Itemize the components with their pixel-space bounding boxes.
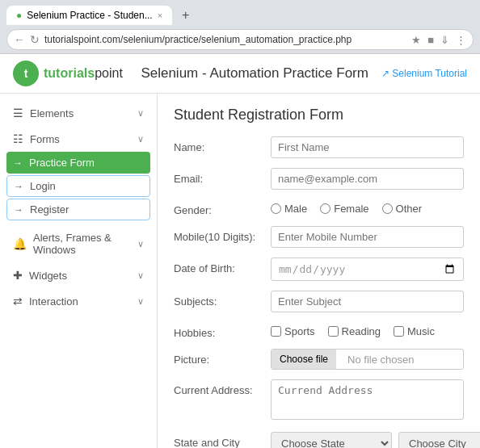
gender-female-radio[interactable] — [320, 203, 331, 214]
main-layout: ☰ Elements ∨ ☷ Forms ∨ → Practice Form →… — [0, 94, 480, 448]
interaction-label: ⇄ Interaction — [13, 295, 78, 308]
forms-chevron: ∨ — [137, 134, 144, 144]
url-display[interactable]: tutorialspoint.com/selenium/practice/sel… — [44, 34, 406, 45]
hobby-sports-checkbox[interactable] — [271, 326, 281, 337]
hobby-music-checkbox[interactable] — [394, 326, 404, 337]
gender-male[interactable]: Male — [271, 203, 307, 215]
login-arrow: → — [14, 181, 23, 192]
subjects-row: Subjects: — [174, 291, 464, 312]
state-city-control: Choose State Choose City — [271, 432, 480, 448]
sidebar-item-elements[interactable]: ☰ Elements ∨ — [0, 100, 157, 126]
logo-text: tutorialspoint — [44, 66, 123, 81]
elements-icon: ☰ — [13, 107, 23, 119]
mobile-label: Mobile(10 Digits): — [174, 226, 271, 243]
hobby-reading-label: Reading — [342, 325, 381, 337]
name-row: Name: — [174, 136, 464, 158]
alerts-chevron: ∨ — [137, 239, 144, 249]
widgets-chevron: ∨ — [137, 270, 144, 281]
email-input[interactable] — [271, 168, 464, 190]
gender-other-radio[interactable] — [382, 203, 393, 214]
gender-label: Gender: — [174, 199, 271, 216]
login-label: Login — [30, 180, 56, 192]
subjects-input[interactable] — [271, 291, 464, 312]
register-arrow: → — [14, 204, 23, 216]
external-link-icon: ↗ — [381, 68, 389, 79]
dob-control — [271, 257, 464, 281]
sidebar-item-widgets[interactable]: ✚ Widgets ∨ — [0, 262, 157, 288]
dob-input[interactable] — [271, 257, 464, 281]
mobile-input[interactable] — [271, 226, 464, 248]
alerts-text: Alerts, Frames & Windows — [33, 232, 137, 256]
hobbies-label: Hobbies: — [174, 322, 271, 339]
subjects-label: Subjects: — [174, 291, 271, 308]
logo: t tutorialspoint — [13, 61, 123, 86]
dob-row: Date of Birth: — [174, 257, 464, 281]
forms-label: ☷ Forms — [13, 132, 60, 145]
gender-female-label: Female — [334, 203, 368, 215]
forms-icon: ☷ — [13, 132, 23, 145]
extensions-icon[interactable]: ■ — [427, 34, 434, 46]
gender-other[interactable]: Other — [382, 203, 423, 215]
app-header: t tutorialspoint Selenium - Automation P… — [0, 54, 480, 94]
tab-title: Selenium Practice - Studen... — [27, 10, 152, 21]
address-textarea[interactable] — [271, 379, 464, 420]
logo-point: point — [95, 66, 123, 80]
gender-female[interactable]: Female — [320, 203, 368, 215]
gender-male-label: Male — [284, 203, 307, 215]
interaction-icon: ⇄ — [13, 295, 23, 308]
mobile-control — [271, 226, 464, 248]
reload-icon[interactable]: ↻ — [30, 33, 40, 46]
download-icon[interactable]: ⇓ — [440, 34, 449, 46]
sidebar-item-register[interactable]: → Register — [6, 199, 150, 220]
elements-text: Elements — [30, 107, 74, 119]
hobby-sports[interactable]: Sports — [271, 325, 315, 337]
subjects-control — [271, 291, 464, 312]
menu-icon[interactable]: ⋮ — [456, 34, 466, 46]
hobbies-row: Hobbies: Sports Reading Music — [174, 322, 464, 339]
gender-male-radio[interactable] — [271, 203, 281, 214]
widgets-icon: ✚ — [13, 269, 23, 282]
sidebar-item-forms[interactable]: ☷ Forms ∨ — [0, 126, 157, 152]
logo-tutorials: tutorials — [44, 66, 95, 80]
tab-close-icon[interactable]: × — [158, 10, 162, 20]
back-icon[interactable]: ← — [14, 33, 25, 46]
hobbies-control: Sports Reading Music — [271, 322, 464, 337]
name-input[interactable] — [271, 136, 464, 158]
sidebar-item-interaction[interactable]: ⇄ Interaction ∨ — [0, 288, 157, 314]
practice-form-arrow: → — [13, 157, 23, 169]
form-area: Student Registration Form Name: Email: G… — [158, 94, 480, 448]
elements-chevron: ∨ — [137, 108, 144, 119]
hobby-music-label: Music — [407, 325, 435, 337]
sidebar-item-login[interactable]: → Login — [6, 175, 150, 197]
practice-form-label: Practice Form — [29, 157, 95, 169]
hobby-sports-label: Sports — [284, 325, 315, 337]
sidebar-item-alerts[interactable]: 🔔 Alerts, Frames & Windows ∨ — [0, 225, 157, 262]
elements-label: ☰ Elements — [13, 107, 74, 119]
mobile-row: Mobile(10 Digits): — [174, 226, 464, 248]
hobby-reading[interactable]: Reading — [328, 325, 381, 337]
city-select[interactable]: Choose City — [398, 432, 480, 448]
new-tab-button[interactable]: + — [175, 5, 196, 26]
browser-tab[interactable]: ● Selenium Practice - Studen... × — [6, 6, 172, 25]
picture-label: Picture: — [174, 349, 271, 366]
alerts-icon: 🔔 — [13, 237, 27, 250]
hobby-reading-checkbox[interactable] — [328, 326, 339, 337]
file-input-row: Choose file No file chosen — [271, 349, 464, 370]
sidebar-item-practice-form[interactable]: → Practice Form — [6, 152, 150, 174]
interaction-text: Interaction — [29, 295, 78, 308]
bookmark-icon[interactable]: ★ — [411, 34, 421, 46]
name-control — [271, 136, 464, 158]
tab-bar: ● Selenium Practice - Studen... × + — [0, 0, 480, 26]
choose-file-button[interactable]: Choose file — [272, 350, 336, 369]
page-title: Selenium - Automation Practice Form — [141, 65, 368, 82]
picture-row: Picture: Choose file No file chosen — [174, 349, 464, 370]
tutorial-link[interactable]: ↗ Selenium Tutorial — [381, 68, 467, 79]
email-row: Email: — [174, 168, 464, 190]
alerts-label: 🔔 Alerts, Frames & Windows — [13, 232, 137, 256]
form-title: Student Registration Form — [174, 107, 464, 124]
state-select[interactable]: Choose State — [271, 432, 392, 448]
address-bar-icons: ★ ■ ⇓ ⋮ — [411, 34, 466, 46]
hobby-music[interactable]: Music — [394, 325, 435, 337]
address-bar[interactable]: ← ↻ tutorialspoint.com/selenium/practice… — [6, 29, 474, 50]
widgets-label: ✚ Widgets — [13, 269, 67, 282]
